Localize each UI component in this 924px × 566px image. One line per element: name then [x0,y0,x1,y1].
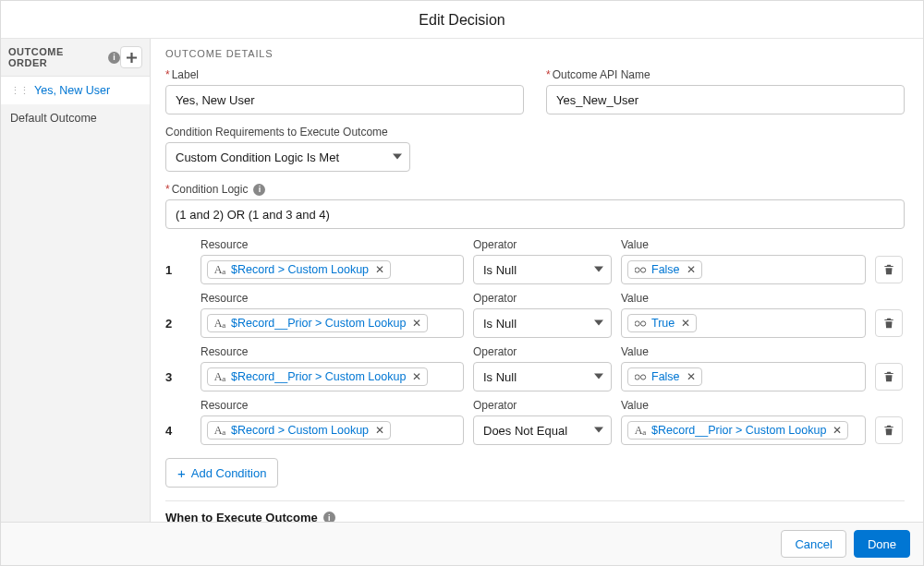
value-header: Value [621,238,866,251]
value-input[interactable]: True✕ [621,308,866,338]
sidebar-item[interactable]: ⋮⋮Yes, New User [1,77,150,104]
operator-select[interactable]: Does Not Equal [473,415,612,445]
conditions-table: ResourceOperatorValue1Aa$Record > Custom… [165,238,905,445]
value-input[interactable]: False✕ [621,255,866,284]
boolean-icon [634,263,647,276]
sidebar-item-label: Yes, New User [34,84,110,97]
remove-pill-icon[interactable]: ✕ [375,424,384,437]
resource-pill-text: $Record > Custom Lookup [231,424,369,437]
remove-pill-icon[interactable]: ✕ [681,317,690,330]
delete-condition-button[interactable] [875,256,903,283]
remove-pill-icon[interactable]: ✕ [412,317,421,330]
svg-point-4 [635,374,639,379]
sidebar-header-label: OUTCOME ORDER [8,46,104,68]
operator-select[interactable]: Is Null [473,308,612,338]
value-input[interactable]: False✕ [621,362,866,391]
sidebar-item[interactable]: Default Outcome [1,104,150,132]
svg-point-5 [640,374,645,379]
resource-input[interactable]: Aa$Record__Prior > Custom Lookup✕ [201,308,464,338]
modal-title: Edit Decision [1,1,923,39]
operator-header: Operator [473,238,612,251]
boolean-icon [634,370,647,383]
resource-header: Resource [201,345,464,358]
resource-header: Resource [201,238,464,251]
section-title: OUTCOME DETAILS [165,48,905,59]
condition-requirements-select[interactable]: Custom Condition Logic Is Met [165,142,410,172]
resource-input[interactable]: Aa$Record__Prior > Custom Lookup✕ [201,362,464,391]
chevron-down-icon [594,424,603,438]
condition-requirements-label: Condition Requirements to Execute Outcom… [165,126,410,138]
add-condition-button[interactable]: + Add Condition [165,458,278,488]
resource-pill-text: $Record > Custom Lookup [231,263,369,276]
chevron-down-icon [594,317,603,331]
resource-pill[interactable]: Aa$Record > Custom Lookup✕ [207,421,391,440]
sidebar-item-label: Default Outcome [10,112,97,125]
condition-row: 3Aa$Record__Prior > Custom Lookup✕Is Nul… [165,362,905,391]
text-type-icon: Aa [213,424,226,437]
resource-input[interactable]: Aa$Record > Custom Lookup✕ [201,415,464,445]
condition-logic-label: Condition Logic [165,183,248,196]
value-pill-text: False [651,263,680,276]
resource-input[interactable]: Aa$Record > Custom Lookup✕ [201,255,464,284]
text-type-icon: Aa [213,317,226,330]
label-input[interactable] [165,85,524,114]
remove-pill-icon[interactable]: ✕ [375,263,384,276]
resource-pill[interactable]: Aa$Record__Prior > Custom Lookup✕ [207,314,428,332]
svg-point-1 [640,267,645,271]
chevron-down-icon [594,263,603,277]
modal-footer: Cancel Done [1,522,923,565]
boolean-icon [634,317,647,330]
operator-select[interactable]: Is Null [473,362,612,391]
condition-row: 4Aa$Record > Custom Lookup✕Does Not Equa… [165,415,905,445]
add-outcome-button[interactable] [120,46,142,68]
outcome-details-panel: OUTCOME DETAILS Label Outcome API Name C… [151,39,923,522]
chevron-down-icon [594,370,603,384]
value-header: Value [621,345,866,358]
operator-header: Operator [473,399,612,412]
svg-point-3 [640,320,645,325]
delete-condition-button[interactable] [875,309,903,337]
api-name-field-label: Outcome API Name [546,68,905,81]
resource-pill-text: $Record__Prior > Custom Lookup [231,370,406,383]
condition-logic-input[interactable] [165,199,905,229]
value-input[interactable]: Aa$Record__Prior > Custom Lookup✕ [621,415,866,445]
remove-pill-icon[interactable]: ✕ [687,263,696,276]
delete-condition-button[interactable] [875,416,903,444]
operator-value: Is Null [483,263,517,277]
condition-number: 1 [165,263,191,277]
resource-pill[interactable]: Aa$Record > Custom Lookup✕ [207,260,391,279]
resource-pill-text: $Record__Prior > Custom Lookup [231,317,406,330]
when-to-execute-title: When to Execute Outcome [165,511,318,522]
value-pill[interactable]: False✕ [627,367,702,386]
remove-pill-icon[interactable]: ✕ [833,424,842,437]
cancel-button[interactable]: Cancel [781,530,845,558]
condition-number: 4 [165,424,191,438]
operator-value: Is Null [483,370,517,384]
info-icon[interactable]: i [253,184,265,196]
condition-row: 1Aa$Record > Custom Lookup✕Is NullFalse✕ [165,255,905,284]
value-pill[interactable]: Aa$Record__Prior > Custom Lookup✕ [627,421,848,440]
info-icon[interactable]: i [323,512,335,522]
operator-header: Operator [473,292,612,305]
chevron-down-icon [393,151,402,164]
svg-point-0 [635,267,639,271]
remove-pill-icon[interactable]: ✕ [687,370,696,383]
delete-condition-button[interactable] [875,363,903,391]
resource-header: Resource [201,399,464,412]
sidebar-header: OUTCOME ORDER i [1,39,150,77]
edit-decision-modal: Edit Decision OUTCOME ORDER i ⋮⋮Yes, New… [0,0,924,566]
api-name-input[interactable] [546,85,905,114]
label-field-label: Label [165,68,524,81]
operator-value: Is Null [483,317,517,331]
condition-requirements-value: Custom Condition Logic Is Met [176,151,339,164]
modal-body: OUTCOME ORDER i ⋮⋮Yes, New UserDefault O… [1,39,923,522]
operator-value: Does Not Equal [483,424,567,438]
done-button[interactable]: Done [854,530,910,558]
resource-pill[interactable]: Aa$Record__Prior > Custom Lookup✕ [207,367,428,386]
info-icon[interactable]: i [108,52,120,64]
remove-pill-icon[interactable]: ✕ [412,370,421,383]
value-pill[interactable]: False✕ [627,260,702,279]
operator-select[interactable]: Is Null [473,255,612,284]
value-pill[interactable]: True✕ [627,314,697,332]
drag-handle-icon[interactable]: ⋮⋮ [10,85,29,97]
